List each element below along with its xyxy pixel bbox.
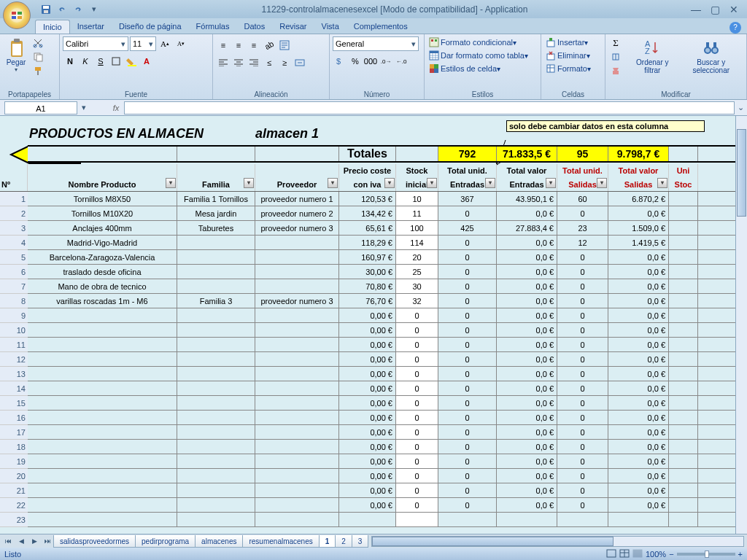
row-number[interactable]: 16 xyxy=(0,411,28,425)
cell-unid-ent[interactable]: 0 xyxy=(438,279,497,293)
font-color-button[interactable]: A xyxy=(139,54,154,69)
cell-unid-ent[interactable]: 0 xyxy=(438,440,497,454)
cell-valor-ent[interactable]: 0,0 € xyxy=(497,425,557,439)
percent-icon[interactable]: % xyxy=(348,54,363,69)
cell-stock[interactable]: 0 xyxy=(396,381,438,395)
decrease-decimal-icon[interactable]: ←.0 xyxy=(394,54,409,69)
table-row[interactable]: Tornillos M8X50Familia 1 Tornillosprovee… xyxy=(28,192,741,206)
cell-nombre[interactable]: Barcelona-Zaragoza-Valencia xyxy=(28,250,177,264)
cell-nombre[interactable]: Tornillos M8X50 xyxy=(28,192,177,206)
cell-precio[interactable]: 0,00 € xyxy=(339,367,396,381)
cell-stock-final[interactable] xyxy=(669,192,698,206)
orientation-icon[interactable]: ab xyxy=(262,38,276,52)
delete-button[interactable]: Eliminar ▾ xyxy=(544,50,592,61)
cell-stock-final[interactable] xyxy=(669,236,698,249)
cell-stock-final[interactable] xyxy=(669,294,698,308)
sort-filter-button[interactable]: AZ Ordenar y filtrar xyxy=(627,36,678,76)
align-right-icon[interactable] xyxy=(247,55,261,70)
cell-valor-ent[interactable]: 0,0 € xyxy=(497,367,557,381)
align-center-icon[interactable] xyxy=(231,55,246,70)
fill-color-button[interactable] xyxy=(124,54,139,69)
cell-familia[interactable] xyxy=(177,308,255,322)
table-row[interactable]: 0,00 €000,0 €00,0 € xyxy=(28,352,741,367)
cell-valor-ent[interactable] xyxy=(497,513,557,526)
help-icon[interactable]: ? xyxy=(729,22,741,34)
cell-stock[interactable] xyxy=(396,513,438,526)
cell-nombre[interactable]: Mano de obra de tecnico xyxy=(28,279,177,293)
row-number[interactable]: 13 xyxy=(0,367,28,381)
currency-icon[interactable]: $ xyxy=(333,54,347,69)
cell-stock[interactable]: 25 xyxy=(396,265,438,279)
cell-proveedor[interactable] xyxy=(255,498,339,512)
italic-button[interactable]: K xyxy=(78,54,93,69)
cell-unid-sal[interactable]: 0 xyxy=(557,454,608,468)
cell-nombre[interactable] xyxy=(28,396,177,410)
cell-precio[interactable]: 0,00 € xyxy=(339,425,396,439)
sheet-tab-resumenalmacenes[interactable]: resumenalmacenes xyxy=(242,535,319,548)
clear-icon[interactable] xyxy=(608,64,623,77)
cell-stock-final[interactable] xyxy=(669,381,698,395)
cell-precio[interactable]: 65,61 € xyxy=(339,221,396,235)
cell-unid-sal[interactable]: 0 xyxy=(557,206,608,220)
cell-proveedor[interactable] xyxy=(255,236,339,249)
font-size-combo[interactable]: 11▾ xyxy=(130,36,156,51)
formula-expand-icon[interactable]: ⌄ xyxy=(738,103,744,112)
format-painter-icon[interactable] xyxy=(31,64,45,77)
cell-nombre[interactable] xyxy=(28,411,177,424)
cell-stock[interactable]: 0 xyxy=(396,352,438,366)
cell-valor-sal[interactable]: 1.419,5 € xyxy=(608,236,669,249)
sheet-tab-2[interactable]: 2 xyxy=(335,535,352,548)
cell-stock-final[interactable] xyxy=(669,308,698,322)
cell-familia[interactable] xyxy=(177,381,255,395)
cell-valor-ent[interactable]: 0,0 € xyxy=(497,294,557,308)
cell-proveedor[interactable] xyxy=(255,381,339,395)
row-number[interactable]: 10 xyxy=(0,323,28,338)
cell-familia[interactable] xyxy=(177,338,255,351)
cell-unid-sal[interactable]: 0 xyxy=(557,469,608,483)
cell-stock[interactable]: 10 xyxy=(396,192,438,206)
last-sheet-icon[interactable]: ⏭ xyxy=(41,537,54,545)
cell-valor-sal[interactable]: 1.509,0 € xyxy=(608,221,669,235)
scrollbar-thumb[interactable] xyxy=(737,129,746,217)
cell-unid-sal[interactable]: 0 xyxy=(557,265,608,279)
cell-unid-ent[interactable]: 425 xyxy=(438,221,497,235)
cell-stock[interactable]: 32 xyxy=(396,294,438,308)
sheet-tab-pedirprograma[interactable]: pedirprograma xyxy=(135,535,196,548)
cell-precio[interactable]: 0,00 € xyxy=(339,396,396,410)
cell-stock[interactable]: 0 xyxy=(396,411,438,424)
cell-valor-sal[interactable]: 0,0 € xyxy=(608,206,669,220)
align-middle-icon[interactable]: ≡ xyxy=(231,38,246,52)
cell-familia[interactable] xyxy=(177,236,255,249)
name-box-dropdown-icon[interactable]: ▾ xyxy=(82,103,86,112)
row-number[interactable]: 14 xyxy=(0,381,28,396)
cell-unid-sal[interactable]: 23 xyxy=(557,221,608,235)
cell-stock-final[interactable] xyxy=(669,440,698,454)
cell-nombre[interactable] xyxy=(28,454,177,468)
cell-precio[interactable]: 0,00 € xyxy=(339,323,396,337)
cell-familia[interactable] xyxy=(177,454,255,468)
table-row[interactable]: 0,00 €000,0 €00,0 € xyxy=(28,454,741,469)
cell-unid-sal[interactable]: 0 xyxy=(557,411,608,424)
cell-stock[interactable]: 100 xyxy=(396,221,438,235)
cell-unid-ent[interactable]: 0 xyxy=(438,367,497,381)
cell-stock-final[interactable] xyxy=(669,323,698,337)
office-button[interactable] xyxy=(3,1,31,29)
table-row[interactable]: varillas roscadas 1m - M6Familia 3provee… xyxy=(28,294,741,308)
cell-valor-sal[interactable] xyxy=(608,513,669,526)
cell-unid-ent[interactable]: 0 xyxy=(438,396,497,410)
cell-precio[interactable]: 30,00 € xyxy=(339,265,396,279)
autosum-icon[interactable]: Σ xyxy=(608,36,623,50)
cell-unid-ent[interactable]: 0 xyxy=(438,308,497,322)
zoom-level[interactable]: 100% xyxy=(646,550,666,559)
save-icon[interactable] xyxy=(39,3,53,16)
fx-button[interactable]: fx xyxy=(108,104,124,112)
ribbon-tab-revisar[interactable]: Revisar xyxy=(272,20,314,34)
increase-indent-icon[interactable]: ≥ xyxy=(277,55,292,70)
cell-valor-sal[interactable]: 6.870,2 € xyxy=(608,192,669,206)
cell-unid-sal[interactable]: 0 xyxy=(557,279,608,293)
cell-unid-ent[interactable]: 0 xyxy=(438,454,497,468)
cell-stock[interactable]: 11 xyxy=(396,206,438,220)
cell-unid-sal[interactable]: 0 xyxy=(557,498,608,512)
align-left-icon[interactable] xyxy=(216,55,231,70)
ribbon-tab-datos[interactable]: Datos xyxy=(236,20,272,34)
